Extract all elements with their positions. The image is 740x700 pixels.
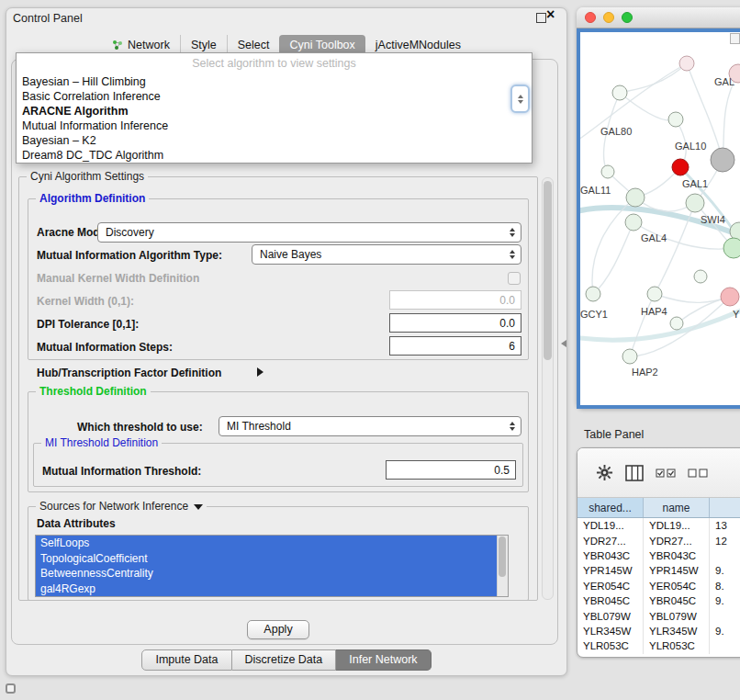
tab-infer-network[interactable]: Infer Network	[336, 649, 431, 671]
table-row[interactable]: YDR27...YDR27...12	[577, 533, 740, 548]
aracne-mode-select[interactable]: Discovery	[97, 222, 521, 243]
which-threshold-select[interactable]: MI Threshold	[219, 416, 521, 436]
float-window-button[interactable]	[536, 13, 546, 23]
algorithm-option[interactable]: Bayesian – Hill Climbing	[17, 74, 532, 89]
close-icon[interactable]: ×	[546, 7, 555, 22]
manual-kernel-checkbox[interactable]	[508, 272, 521, 285]
table-cell: YER054C	[644, 579, 710, 593]
table-body: YDL19...YDL19...13YDR27...YDR27...12YBR0…	[577, 518, 740, 654]
tab-label: Cyni Toolbox	[289, 39, 354, 51]
table-cell: 12	[710, 533, 740, 548]
network-canvas[interactable]: GALGAL80GAL10GAL11GAL1SWI4GAL4GCY1HAP4HA…	[580, 32, 740, 405]
network-node[interactable]	[668, 112, 683, 127]
algorithm-option-selected[interactable]: ARACNE Algorithm	[17, 104, 532, 119]
network-node-label: SWI4	[701, 214, 725, 225]
sources-collapse-icon[interactable]	[194, 504, 203, 510]
network-node[interactable]	[612, 85, 627, 100]
network-node-label: HAP4	[641, 306, 667, 317]
algorithm-option[interactable]: Bayesian – K2	[17, 133, 532, 148]
table-window: shared... name YDL19...YDL19...13YDR27..…	[577, 447, 740, 658]
table-cell: YPR145W	[644, 563, 710, 578]
data-attributes-list: SelfLoops TopologicalCoefficient Between…	[35, 535, 509, 597]
which-threshold-label: Which threshold to use:	[77, 421, 203, 434]
network-node[interactable]	[601, 165, 614, 178]
list-item-selected[interactable]: TopologicalCoefficient	[36, 551, 497, 567]
columns-icon[interactable]	[625, 465, 644, 481]
gear-icon[interactable]	[596, 464, 613, 481]
network-node[interactable]	[622, 349, 637, 364]
algorithm-option[interactable]: Basic Correlation Inference	[17, 89, 532, 104]
algorithm-option[interactable]: Mutual Information Inference	[17, 119, 532, 133]
network-node-label: GAL	[714, 76, 734, 87]
network-node[interactable]	[711, 148, 734, 172]
close-traffic-light[interactable]	[585, 12, 596, 23]
algorithm-dropdown-popup: Select algorithm to view settings Bayesi…	[16, 52, 533, 164]
zoom-traffic-light[interactable]	[622, 12, 633, 23]
table-cell: YPR145W	[577, 563, 644, 578]
network-canvas-svg: GALGAL80GAL10GAL11GAL1SWI4GAL4GCY1HAP4HA…	[580, 32, 740, 405]
network-window-titlebar	[577, 7, 740, 28]
network-node-label: GAL1	[682, 178, 708, 189]
table-cell	[710, 548, 740, 563]
table-toolbar	[577, 448, 740, 498]
column-header-extra[interactable]	[710, 498, 740, 517]
network-node[interactable]	[626, 188, 645, 207]
hub-expander-icon[interactable]	[257, 367, 263, 377]
network-edge	[655, 294, 730, 302]
network-node[interactable]	[625, 214, 642, 231]
list-item-selected[interactable]: BetweennessCentrality	[36, 566, 497, 581]
mi-type-select[interactable]: Naive Bayes	[252, 244, 521, 265]
network-node[interactable]	[647, 287, 662, 301]
list-scrollbar[interactable]	[497, 536, 508, 596]
birdseye-corner-button[interactable]	[730, 33, 740, 44]
table-row[interactable]: YDL19...YDL19...13	[577, 518, 740, 533]
settings-scrollbar[interactable]	[542, 177, 554, 600]
minimize-traffic-light[interactable]	[603, 12, 614, 23]
deselect-all-icon[interactable]	[688, 468, 708, 479]
network-node[interactable]	[686, 194, 704, 212]
network-node[interactable]	[694, 270, 707, 283]
table-row[interactable]: YPR145WYPR145W9.	[577, 563, 740, 578]
table-cell: 9.	[710, 593, 740, 608]
table-row[interactable]: YER054CYER054C8.	[577, 579, 740, 593]
network-node[interactable]	[672, 159, 689, 175]
list-scrollbar-thumb[interactable]	[499, 536, 506, 577]
table-row[interactable]: YLR053CYLR053C	[577, 638, 740, 653]
list-item-selected[interactable]: SelfLoops	[36, 536, 497, 551]
select-all-icon[interactable]	[656, 468, 676, 479]
panel-splitter-handle[interactable]	[561, 340, 566, 347]
column-header-shared-name[interactable]: shared...	[577, 498, 644, 517]
table-cell: YLR345W	[577, 624, 644, 638]
algorithm-option[interactable]: Dream8 DC_TDC Algorithm	[17, 148, 532, 163]
kernel-width-field[interactable]: 0.0	[389, 290, 521, 310]
mi-threshold-field[interactable]: 0.5	[386, 460, 516, 480]
network-tab-icon	[112, 40, 123, 51]
tab-impute-data[interactable]: Impute Data	[141, 649, 231, 671]
hidden-panel-icon[interactable]	[6, 683, 16, 694]
dpi-tolerance-field[interactable]: 0.0	[389, 313, 521, 333]
table-row[interactable]: YBL079WYBL079W	[577, 608, 740, 623]
combo-arrows-icon	[510, 228, 515, 237]
apply-button[interactable]: Apply	[247, 620, 309, 639]
tab-discretize-data[interactable]: Discretize Data	[232, 649, 337, 671]
dropdown-prompt: Select algorithm to view settings	[17, 53, 532, 74]
list-item-selected[interactable]: gal4RGexp	[36, 581, 497, 597]
settings-scrollbar-thumb[interactable]	[544, 181, 552, 360]
mi-steps-field[interactable]: 6	[389, 336, 521, 356]
column-header-name[interactable]: name	[644, 498, 710, 517]
table-row[interactable]: YBR043CYBR043C	[577, 548, 740, 563]
table-cell: YBL079W	[644, 608, 710, 623]
algorithm-select-button[interactable]	[510, 85, 530, 113]
network-node[interactable]	[670, 317, 683, 330]
table-row[interactable]: YLR345WYLR345W9.	[577, 624, 740, 638]
table-cell: YLR053C	[644, 638, 710, 653]
network-edge	[630, 294, 655, 356]
network-node[interactable]	[679, 56, 694, 71]
network-node[interactable]	[723, 238, 740, 258]
table-cell: 8.	[710, 579, 740, 593]
network-node-label: HAP2	[632, 367, 658, 378]
network-node[interactable]	[721, 288, 739, 306]
network-node[interactable]	[586, 287, 600, 301]
tab-label: Network	[128, 39, 170, 51]
table-row[interactable]: YBR045CYBR045C9.	[577, 593, 740, 608]
